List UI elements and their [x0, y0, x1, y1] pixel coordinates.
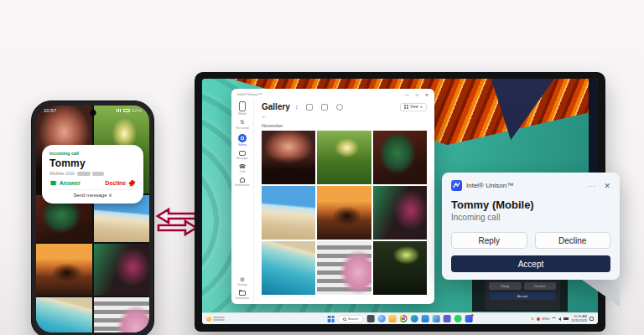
photo-sand-dune[interactable]	[262, 186, 315, 240]
recording-tray-icon[interactable]	[537, 317, 540, 321]
sidebar-item-notifications[interactable]: Notifications	[235, 178, 249, 187]
edge-icon[interactable]	[410, 315, 418, 322]
page-title: Gallery	[262, 102, 290, 111]
incoming-call-label: Incoming call	[49, 151, 136, 156]
chevron-down-icon: ∨	[108, 193, 112, 198]
filter-icon[interactable]	[336, 104, 343, 111]
photo-concert[interactable]	[94, 244, 150, 296]
redacted-digits	[92, 172, 104, 176]
caller-number: Mobile 010-	[49, 171, 136, 176]
window-titlebar[interactable]: Intel® Unison™ — □ ✕	[231, 89, 434, 100]
sidebar-item-device[interactable]: Mobile	[238, 101, 246, 116]
photo-grid	[262, 131, 427, 295]
section-label: November	[262, 123, 427, 128]
sidebar-item-downloads[interactable]: Downloads	[236, 291, 249, 300]
incoming-call-card: Incoming call Tommy Mobile 010- ☎ Answer…	[42, 145, 143, 204]
sidebar-item-settings[interactable]: ⚙ Settings	[237, 277, 247, 287]
taskbar-search[interactable]: Search	[338, 315, 364, 323]
wifi-icon[interactable]	[552, 317, 556, 320]
chrome-icon[interactable]	[399, 315, 407, 322]
unison-gallery-window: Intel® Unison™ — □ ✕ Mobile ⇅	[231, 89, 434, 304]
battery-icon	[123, 109, 130, 112]
intel-unison-logo	[451, 180, 462, 191]
system-tray: ∧ ENG 11:16 AM 11/15/2023	[531, 315, 594, 322]
window-title: Intel® Unison™	[237, 92, 262, 96]
weather-icon	[206, 317, 211, 322]
notification-title: Tommy (Mobile)	[451, 198, 610, 211]
close-button[interactable]: ✕	[425, 92, 428, 97]
photo-pink-hair[interactable]	[94, 297, 150, 332]
mini-reply-button[interactable]: Reply	[489, 282, 522, 290]
slideshow-icon[interactable]	[306, 104, 313, 111]
photo-concert[interactable]	[373, 186, 427, 240]
unison-notification-popup: Intel® Unison™ ··· ✕ Tommy (Mobile) Inco…	[442, 173, 620, 280]
notifications-icon	[240, 178, 245, 183]
close-icon[interactable]: ✕	[604, 182, 610, 190]
mini-decline-button[interactable]: Decline	[524, 282, 557, 290]
intel-unison-taskbar-icon[interactable]	[465, 315, 472, 322]
mini-accept-button[interactable]: Accept	[489, 292, 556, 300]
decline-phone-icon: ☎	[127, 178, 137, 188]
answer-button[interactable]: ☎ Answer	[49, 180, 80, 186]
battery-percent: 62%	[132, 108, 142, 113]
sidebar-item-gallery[interactable]: Gallery	[238, 134, 247, 147]
photo-outdoor-movie[interactable]	[373, 241, 427, 295]
photo-aerial-beach[interactable]	[262, 241, 315, 295]
spotify-icon[interactable]	[454, 315, 461, 322]
sync-arrows-icon	[155, 205, 199, 239]
phone-clock: 10:57	[44, 108, 56, 113]
tray-overflow-chevron[interactable]: ∧	[531, 317, 533, 321]
photo-garden-tent[interactable]	[317, 131, 371, 184]
store-icon[interactable]	[421, 315, 428, 322]
photo-aerial-beach[interactable]	[36, 297, 92, 332]
camera-punch-hole	[90, 110, 96, 116]
decline-button[interactable]: Decline ☎	[105, 180, 136, 186]
windows-taskbar: Search ∧ ENG	[202, 312, 598, 324]
maximize-button[interactable]: □	[416, 92, 418, 97]
view-button[interactable]: View ∨	[400, 103, 427, 111]
clock[interactable]: 11:16 AM 11/15/2023	[571, 315, 587, 322]
select-icon[interactable]	[321, 104, 328, 111]
chevron-down-icon: ∨	[420, 105, 423, 109]
notification-center-icon[interactable]	[589, 317, 594, 321]
phone-screen: 10:57 62% Incoming call Tommy Mobile 010…	[36, 106, 149, 332]
answer-phone-icon: ☎	[49, 180, 57, 186]
messages-icon	[239, 151, 246, 156]
sidebar-item-messages[interactable]: Messages	[236, 151, 249, 160]
reply-button[interactable]: Reply	[451, 232, 527, 249]
copilot-icon[interactable]	[377, 315, 385, 322]
volume-icon[interactable]	[558, 317, 561, 321]
sidebar-item-calls[interactable]: ☎ Calls	[239, 164, 246, 174]
smartphone: 10:57 62% Incoming call Tommy Mobile 010…	[31, 100, 154, 335]
redacted-digits	[77, 172, 91, 176]
photo-friends-green-sweater[interactable]	[373, 131, 427, 184]
language-indicator[interactable]: ENG	[543, 317, 550, 321]
photos-app-icon[interactable]	[432, 315, 439, 322]
sort-icon[interactable]: ↕	[295, 104, 299, 110]
photo-sunset-sea[interactable]	[36, 244, 92, 296]
phone-device-icon	[239, 101, 246, 111]
more-options-icon[interactable]: ···	[586, 182, 596, 190]
send-message-button[interactable]: Send message ∨	[49, 189, 136, 198]
file-explorer-icon[interactable]	[388, 315, 396, 322]
start-button[interactable]	[328, 316, 335, 322]
photo-home-cinema[interactable]	[262, 131, 315, 184]
phone-photo-grid	[36, 106, 149, 332]
sidebar-item-file-transfer[interactable]: ⇅ File transfer	[236, 120, 250, 130]
back-button[interactable]: ←	[262, 113, 427, 119]
minimize-button[interactable]: —	[405, 92, 409, 97]
notification-subtitle: Incoming call	[451, 213, 610, 222]
calls-icon: ☎	[239, 164, 246, 170]
teams-icon[interactable]	[443, 315, 450, 322]
sidebar: Mobile ⇅ File transfer Gallery Messa	[231, 100, 254, 304]
grid-view-icon	[404, 105, 408, 109]
photo-sunset-sea[interactable]	[317, 186, 371, 240]
task-view-icon[interactable]	[366, 315, 374, 322]
caller-name: Tommy	[49, 157, 136, 169]
photo-pink-hair[interactable]	[317, 241, 371, 295]
battery-tray-icon[interactable]	[564, 317, 569, 321]
decline-button[interactable]: Decline	[535, 232, 611, 249]
downloads-folder-icon	[239, 291, 246, 296]
accept-button[interactable]: Accept	[451, 255, 610, 272]
weather-widget[interactable]	[206, 316, 225, 322]
